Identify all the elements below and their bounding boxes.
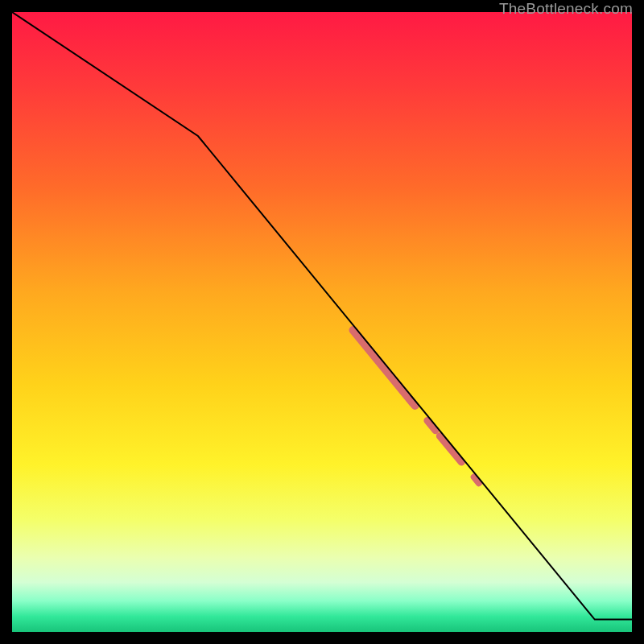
gradient-fill xyxy=(12,12,632,632)
chart-frame: TheBottleneck.com xyxy=(0,0,644,644)
watermark-text: TheBottleneck.com xyxy=(499,0,633,18)
bottleneck-chart xyxy=(12,12,632,632)
